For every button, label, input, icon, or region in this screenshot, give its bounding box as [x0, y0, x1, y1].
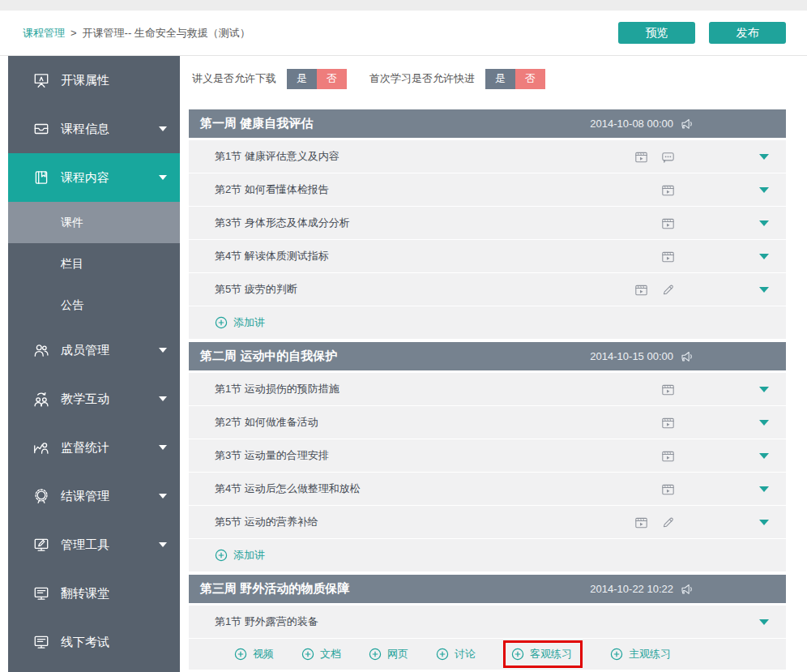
monitor-icon [32, 584, 50, 602]
chevron-down-icon[interactable] [759, 486, 769, 492]
chevron-down-icon[interactable] [759, 154, 769, 160]
add-网页-button[interactable]: 网页 [369, 647, 408, 661]
add-lecture-label: 添加讲 [233, 548, 265, 563]
toggle-option-button[interactable]: 是 [485, 69, 515, 89]
video-icon[interactable] [661, 216, 675, 230]
lesson-row: 第4节 解读体质测试指标 [189, 240, 786, 272]
toggle-option-button[interactable]: 否 [317, 69, 347, 89]
lesson-title: 第2节 如何看懂体检报告 [215, 182, 329, 197]
week-date: 2014-10-22 10:22 [590, 583, 673, 595]
edit-icon[interactable] [661, 283, 675, 297]
lesson-title: 第1节 健康评估意义及内容 [215, 149, 339, 164]
chevron-down-icon [159, 126, 167, 131]
sidebar-item-course-info[interactable]: 课程信息 [8, 105, 180, 153]
chevron-down-icon[interactable] [759, 287, 769, 293]
week-header[interactable]: 第三周 野外活动的物质保障2014-10-22 10:22 [189, 575, 786, 603]
sidebar-item-course-attributes[interactable]: 开课属性 [8, 56, 180, 105]
add-文档-button[interactable]: 文档 [301, 647, 341, 661]
video-icon[interactable] [634, 516, 648, 529]
chevron-down-icon[interactable] [759, 220, 769, 226]
add-主观练习-button[interactable]: 主观练习 [610, 647, 671, 661]
video-icon[interactable] [661, 449, 675, 463]
sidebar-item-management-tools[interactable]: 管理工具 [8, 520, 180, 569]
add-lecture-button[interactable]: 添加讲 [215, 548, 265, 563]
settings-row: 讲义是否允许下载是否首次学习是否允许快进是否 [192, 67, 786, 90]
megaphone-icon[interactable] [681, 351, 694, 362]
sidebar-item-label: 管理工具 [61, 537, 109, 553]
sidebar-subitem-announcements[interactable]: 公告 [8, 285, 180, 326]
video-icon[interactable] [634, 150, 648, 164]
sidebar-subitem-courseware[interactable]: 课件 [8, 202, 180, 243]
weeks-list: 第一周 健康自我评估2014-10-08 00:00第1节 健康评估意义及内容第… [189, 109, 786, 670]
comment-icon[interactable] [661, 150, 675, 164]
toggle-option-button[interactable]: 否 [515, 69, 545, 89]
video-icon[interactable] [634, 283, 648, 297]
sidebar-item-label: 课程内容 [61, 170, 109, 186]
lesson-title: 第3节 身体形态及体成分分析 [215, 216, 350, 230]
week-title: 第二周 运动中的自我保护 [200, 349, 337, 364]
chevron-down-icon [159, 445, 167, 450]
chevron-down-icon[interactable] [759, 520, 769, 525]
chevron-down-icon[interactable] [759, 619, 769, 625]
lesson-icons [634, 283, 675, 297]
video-icon[interactable] [661, 482, 675, 496]
preview-button[interactable]: 预览 [618, 22, 695, 44]
tool-label: 主观练习 [629, 647, 671, 661]
lesson-icons [634, 516, 675, 529]
sidebar-item-supervision-statistics[interactable]: 监督统计 [8, 423, 180, 472]
video-icon[interactable] [661, 416, 675, 430]
sidebar-item-label: 开课属性 [61, 73, 109, 88]
week-date: 2014-10-15 00:00 [590, 350, 673, 362]
sidebar-item-offline-exam[interactable]: 线下考试 [8, 618, 180, 666]
add-客观练习-button[interactable]: 客观练习 [503, 640, 583, 668]
lesson-row: 第2节 如何看懂体检报告 [189, 173, 786, 206]
lesson-row: 第1节 健康评估意义及内容 [189, 140, 786, 173]
lesson-title: 第1节 运动损伤的预防措施 [215, 382, 339, 396]
publish-button[interactable]: 发布 [709, 22, 786, 44]
megaphone-icon[interactable] [681, 584, 694, 595]
week-section-1: 第一周 健康自我评估2014-10-08 00:00第1节 健康评估意义及内容第… [189, 109, 786, 339]
video-icon[interactable] [661, 250, 675, 263]
megaphone-icon[interactable] [681, 118, 694, 130]
toggle-group-1: 首次学习是否允许快进是否 [369, 69, 545, 89]
chevron-down-icon [159, 396, 167, 401]
lesson-row: 第5节 疲劳的判断 [189, 273, 786, 306]
add-lecture-button[interactable]: 添加讲 [215, 315, 265, 330]
add-lecture-row: 添加讲 [189, 306, 786, 339]
week-meta: 2014-10-22 10:22 [590, 583, 775, 595]
lesson-title: 第4节 解读体质测试指标 [215, 249, 329, 263]
add-视频-button[interactable]: 视频 [234, 647, 274, 661]
chevron-down-icon[interactable] [759, 387, 769, 392]
chevron-down-icon[interactable] [759, 453, 769, 459]
tool-label: 讨论 [455, 647, 476, 661]
plus-circle-icon [215, 316, 228, 329]
chevron-down-icon[interactable] [759, 420, 769, 426]
book-icon [32, 169, 50, 186]
sidebar-item-flipped-classroom[interactable]: 翻转课堂 [8, 569, 180, 618]
add-lecture-row: 添加讲 [189, 539, 786, 571]
edit-icon[interactable] [661, 516, 675, 529]
breadcrumb-root-link[interactable]: 课程管理 [23, 26, 65, 41]
sidebar-item-course-completion[interactable]: 结课管理 [8, 472, 180, 520]
video-icon[interactable] [661, 183, 675, 197]
lesson-title: 第4节 运动后怎么做整理和放松 [215, 482, 361, 496]
week-header[interactable]: 第一周 健康自我评估2014-10-08 00:00 [189, 109, 786, 138]
plus-circle-icon [215, 549, 228, 562]
video-icon[interactable] [661, 383, 675, 396]
chevron-down-icon[interactable] [759, 187, 769, 193]
chevron-down-icon[interactable] [759, 254, 769, 259]
lesson-row: 第4节 运动后怎么做整理和放松 [189, 473, 786, 505]
sidebar-item-course-content[interactable]: 课程内容 [8, 153, 180, 202]
add-讨论-button[interactable]: 讨论 [436, 647, 476, 661]
toggle-option-button[interactable]: 是 [287, 69, 317, 89]
inbox-icon [32, 120, 50, 138]
breadcrumb-separator: > [70, 27, 77, 39]
lesson-icons [661, 482, 675, 496]
week-header[interactable]: 第二周 运动中的自我保护2014-10-15 00:00 [189, 342, 786, 370]
main-layout: 开课属性课程信息课程内容课件栏目公告成员管理教学互动监督统计结课管理管理工具翻转… [0, 56, 807, 672]
sidebar-item-teaching-interaction[interactable]: 教学互动 [8, 375, 180, 423]
lesson-row: 第5节 运动的营养补给 [189, 506, 786, 538]
sidebar-subitem-sections[interactable]: 栏目 [8, 243, 180, 285]
toggle-switch: 是否 [485, 69, 545, 89]
sidebar-item-member-management[interactable]: 成员管理 [8, 326, 180, 375]
